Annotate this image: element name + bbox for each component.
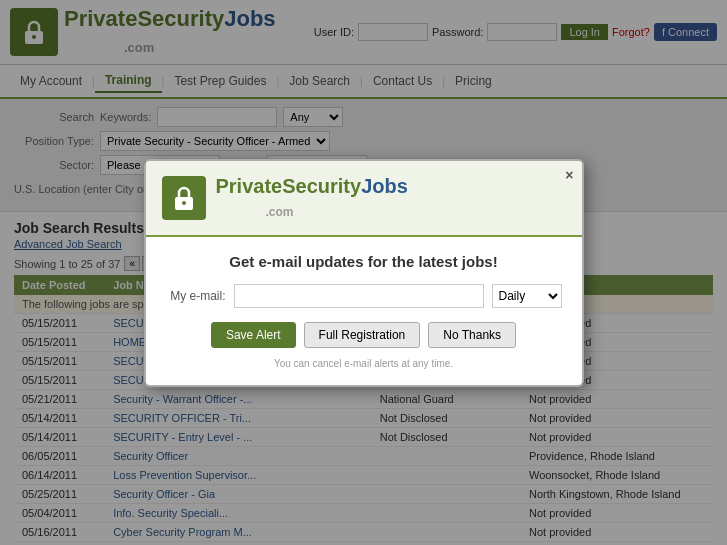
email-label: My e-mail:: [166, 289, 226, 303]
modal-body: Get e-mail updates for the latest jobs! …: [146, 237, 582, 385]
email-alert-modal: × PrivateSecurityJobs.com Get e-mail upd…: [144, 159, 584, 387]
modal-logo-lock-icon: [162, 176, 206, 220]
modal-title: Get e-mail updates for the latest jobs!: [166, 253, 562, 270]
frequency-select[interactable]: Daily Weekly: [492, 284, 562, 308]
modal-overlay: × PrivateSecurityJobs.com Get e-mail upd…: [0, 0, 727, 545]
modal-close-button[interactable]: ×: [565, 167, 573, 183]
modal-email-row: My e-mail: Daily Weekly: [166, 284, 562, 308]
save-alert-button[interactable]: Save Alert: [211, 322, 296, 348]
email-input[interactable]: [234, 284, 484, 308]
modal-footer: You can cancel e-mail alerts at any time…: [166, 358, 562, 369]
no-thanks-button[interactable]: No Thanks: [428, 322, 516, 348]
modal-buttons: Save Alert Full Registration No Thanks: [166, 322, 562, 348]
svg-point-3: [182, 201, 186, 205]
full-registration-button[interactable]: Full Registration: [304, 322, 421, 348]
modal-header: PrivateSecurityJobs.com: [146, 161, 582, 237]
modal-logo-text: PrivateSecurityJobs.com: [216, 175, 408, 221]
